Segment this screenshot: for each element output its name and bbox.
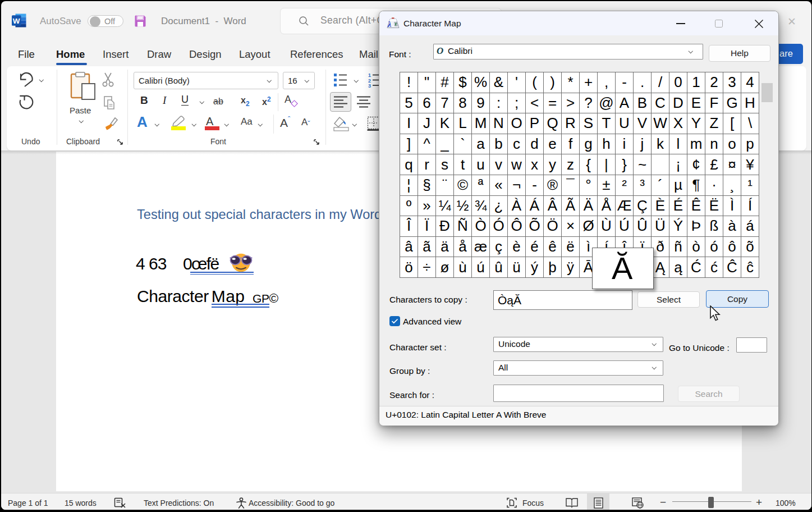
svg-text:1: 1 [368, 72, 371, 78]
svg-text:2: 2 [368, 78, 371, 84]
svg-text:W: W [13, 17, 20, 25]
svg-text:λ: λ [387, 20, 392, 29]
svg-text:3: 3 [368, 83, 371, 88]
